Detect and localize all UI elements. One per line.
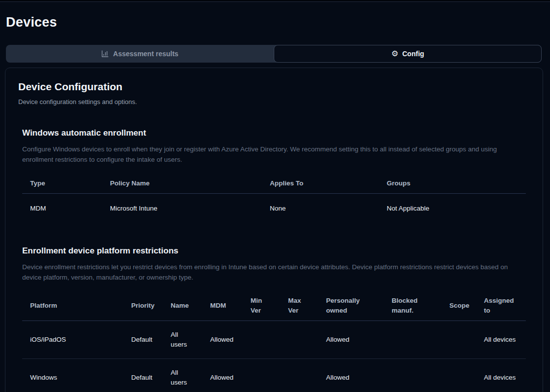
- bar-chart-icon: [101, 50, 109, 58]
- section-enrollment-platform-restrictions: Enrollment device platform restrictions …: [22, 246, 526, 392]
- table-cell: Windows: [22, 358, 123, 392]
- column-header: Max Ver: [280, 291, 318, 321]
- tab-bar: Assessment results ⚙ Config: [6, 45, 542, 63]
- column-header: Blocked manuf.: [384, 291, 441, 321]
- table-cell: Default: [123, 321, 163, 358]
- table-cell: iOS/iPadOS: [22, 321, 123, 358]
- column-header: Name: [163, 291, 202, 321]
- card-subtitle: Device configuration settings and option…: [18, 98, 530, 106]
- section-description: Device enrollment restrictions let you r…: [22, 262, 520, 283]
- tab-config[interactable]: ⚙ Config: [274, 45, 542, 63]
- table-cell: Default: [123, 358, 163, 392]
- section-windows-automatic-enrollment: Windows automatic enrollment Configure W…: [22, 128, 526, 223]
- column-header: MDM: [202, 291, 243, 321]
- page-title: Devices: [6, 14, 550, 30]
- tab-label: Config: [403, 50, 424, 58]
- table-cell: All users: [163, 358, 202, 392]
- table-cell: Allowed: [318, 358, 384, 392]
- platform-restrictions-table: Platform Priority Name MDM Min Ver Max V…: [22, 291, 526, 392]
- tab-label: Assessment results: [113, 50, 178, 58]
- tab-assessment-results[interactable]: Assessment results: [6, 45, 274, 63]
- table-row: iOS/iPadOS Default All users Allowed All…: [22, 321, 526, 358]
- section-heading: Enrollment device platform restrictions: [22, 246, 526, 256]
- column-header: Groups: [379, 173, 526, 194]
- section-description: Configure Windows devices to enroll when…: [22, 144, 520, 165]
- window-top-edge: [0, 0, 550, 2]
- table-cell: MDM: [22, 193, 102, 223]
- column-header: Min Ver: [243, 291, 280, 321]
- table-cell: Allowed: [202, 358, 243, 392]
- table-row: MDM Microsoft Intune None Not Applicable: [22, 193, 526, 223]
- table-cell: All users: [163, 321, 202, 358]
- table-cell: [243, 358, 280, 392]
- table-cell: [441, 321, 476, 358]
- table-cell: Microsoft Intune: [102, 193, 262, 223]
- table-cell: [384, 358, 441, 392]
- section-heading: Windows automatic enrollment: [22, 128, 526, 138]
- table-header-row: Type Policy Name Applies To Groups: [22, 173, 526, 194]
- device-configuration-card: Device Configuration Device configuratio…: [5, 68, 543, 392]
- table-cell: [280, 358, 318, 392]
- column-header-label: Assigned to: [484, 296, 514, 316]
- table-cell: Allowed: [202, 321, 243, 358]
- column-header: Personally owned: [318, 291, 384, 321]
- table-cell: [280, 321, 318, 358]
- column-header: Type: [22, 173, 102, 194]
- table-cell: Not Applicable: [379, 193, 526, 223]
- table-cell: All devices: [476, 358, 526, 392]
- windows-enrollment-table: Type Policy Name Applies To Groups MDM M…: [22, 173, 526, 223]
- column-header: Priority: [123, 291, 163, 321]
- column-header: Applies To: [262, 173, 379, 194]
- column-header: Scope: [441, 291, 476, 321]
- table-cell: All devices: [476, 321, 526, 358]
- table-row: Windows Default All users Allowed Allowe…: [22, 358, 526, 392]
- column-header: Policy Name: [102, 173, 262, 194]
- column-header: Platform: [22, 291, 123, 321]
- table-cell: [441, 358, 476, 392]
- card-title: Device Configuration: [18, 81, 530, 93]
- table-cell: [243, 321, 280, 358]
- gear-icon: ⚙: [391, 50, 398, 58]
- column-header: Assigned to: [476, 291, 526, 321]
- table-cell: [384, 321, 441, 358]
- table-header-row: Platform Priority Name MDM Min Ver Max V…: [22, 291, 526, 321]
- table-cell: Allowed: [318, 321, 384, 358]
- table-cell: None: [262, 193, 379, 223]
